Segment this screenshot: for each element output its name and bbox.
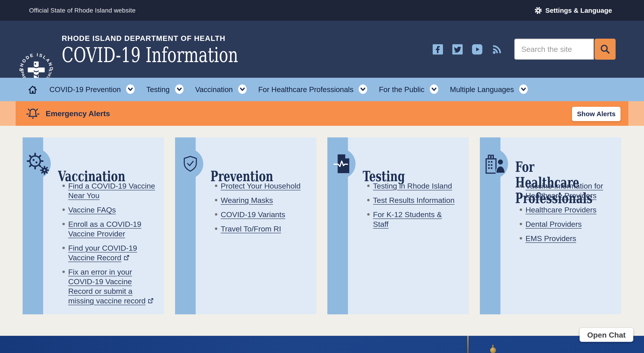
card-link-item: Travel To/From RI	[210, 224, 313, 234]
card-link-item: Vaccine Information for Healthcare Provi…	[515, 181, 618, 200]
chevron-down-icon[interactable]	[430, 84, 438, 95]
card-icon-holder	[480, 149, 510, 179]
ridoh-covid19-homepage: { "colors": { "topbar_bg": "#1e2539", "h…	[0, 0, 644, 353]
card-link[interactable]: Healthcare Providers	[526, 206, 596, 214]
emergency-alerts-label: Emergency Alerts	[46, 109, 110, 118]
chevron-down-icon	[175, 84, 184, 94]
card-link[interactable]: EMS Providers	[526, 234, 576, 243]
main-navigation: COVID-19 Prevention Testing Vaccination …	[0, 78, 644, 101]
settings-language-button[interactable]: Settings & Language	[534, 6, 612, 14]
official-site-text: Official State of Rhode Island website	[29, 7, 136, 14]
nav-item-label: Multiple Languages	[450, 85, 514, 94]
chevron-down-icon[interactable]	[238, 84, 247, 95]
topic-card-testing: Testing Testing in Rhode IslandTest Resu…	[327, 137, 469, 314]
card-link-item: Healthcare Providers	[515, 205, 618, 215]
card-link-item: Protect Your Household	[210, 181, 313, 191]
nav-item-for-the-public[interactable]: For the Public	[379, 84, 438, 95]
card-link[interactable]: For K-12 Students & Staff	[373, 210, 442, 228]
card-link[interactable]: Protect Your Household	[221, 182, 300, 190]
card-link[interactable]: COVID-19 Variants	[221, 210, 285, 219]
show-alerts-button[interactable]: Show Alerts	[572, 107, 620, 121]
card-link-item: COVID-19 Variants	[210, 210, 313, 219]
card-link[interactable]: Vaccine Information for Healthcare Provi…	[526, 182, 603, 200]
chevron-down-icon	[238, 84, 247, 94]
site-titles: RHODE ISLAND DEPARTMENT OF HEALTH COVID-…	[62, 34, 297, 65]
emergency-alert-bar: Emergency Alerts	[0, 101, 644, 126]
top-utility-bar: Official State of Rhode Island website S…	[0, 0, 644, 21]
social-links	[433, 44, 502, 54]
nav-item-covid-19-prevention[interactable]: COVID-19 Prevention	[50, 84, 134, 95]
nav-item-testing[interactable]: Testing	[146, 84, 184, 95]
youtube-icon[interactable]	[472, 44, 482, 54]
card-link[interactable]: Test Results Information	[373, 196, 454, 204]
card-link[interactable]: Vaccine FAQs	[68, 206, 116, 214]
gear-icon	[534, 6, 542, 14]
site-search	[514, 39, 616, 60]
emergency-alert-inner: Emergency Alerts	[16, 101, 628, 126]
nav-item-multiple-languages[interactable]: Multiple Languages	[450, 84, 528, 95]
site-header: RHODE ISLAND DEPARTMENT OF HEALTH RHODE …	[0, 21, 644, 78]
card-link[interactable]: Find a COVID-19 Vaccine Near You	[68, 182, 155, 200]
external-link-icon	[148, 298, 154, 304]
card-link-item: Enroll as a COVID-19 Vaccine Provider	[58, 219, 161, 239]
nav-home-button[interactable]	[28, 84, 38, 95]
nav-item-label: For the Public	[379, 85, 424, 94]
card-link-item: For K-12 Students & Staff	[363, 210, 466, 229]
topic-card-vaccination: Vaccination Find a COVID-19 Vaccine Near…	[22, 137, 164, 314]
open-chat-button[interactable]: Open Chat	[580, 328, 633, 342]
card-link-list: Vaccine Information for Healthcare Provi…	[515, 181, 618, 248]
nav-item-label: Vaccination	[195, 85, 233, 94]
seal-cross-emblem	[28, 61, 45, 78]
twitter-icon[interactable]	[452, 44, 463, 54]
nav-item-label: Testing	[146, 85, 170, 94]
rss-icon[interactable]	[492, 44, 502, 54]
chevron-down-icon[interactable]	[126, 84, 134, 95]
shield-check-icon	[183, 155, 198, 172]
card-link-list: Protect Your HouseholdWearing MasksCOVID…	[210, 181, 313, 238]
card-icon-holder	[175, 149, 206, 179]
card-link[interactable]: Testing in Rhode Island	[373, 182, 452, 190]
nav-item-label: For Healthcare Professionals	[258, 85, 354, 94]
card-link[interactable]: Travel To/From RI	[221, 225, 281, 233]
facebook-icon[interactable]	[433, 44, 443, 54]
flag-pole-image	[467, 336, 468, 353]
card-link-item: Test Results Information	[363, 196, 466, 205]
emergency-alerts-heading: Emergency Alerts	[26, 107, 110, 120]
card-link-item: Dental Providers	[515, 219, 618, 229]
alert-bell-icon	[26, 107, 40, 120]
card-link[interactable]: Fix an error in your COVID-19 Vaccine Re…	[68, 268, 146, 305]
search-input[interactable]	[514, 39, 594, 60]
test-document-icon	[333, 153, 352, 174]
external-link-icon	[124, 255, 130, 261]
chevron-down-icon	[126, 84, 134, 94]
card-link[interactable]: Dental Providers	[526, 220, 582, 228]
home-icon	[28, 84, 38, 95]
search-icon	[600, 44, 610, 54]
nav-item-vaccination[interactable]: Vaccination	[195, 84, 247, 95]
department-title: RHODE ISLAND DEPARTMENT OF HEALTH	[62, 34, 297, 43]
hospital-person-icon	[484, 153, 506, 174]
topic-card-for-healthcare: For Healthcare Professionals Vaccine Inf…	[480, 137, 621, 314]
card-link-item: Vaccine FAQs	[58, 205, 161, 215]
chevron-down-icon[interactable]	[175, 84, 184, 95]
card-link[interactable]: Enroll as a COVID-19 Vaccine Provider	[68, 220, 141, 238]
card-icon-holder	[22, 149, 53, 179]
nav-item-label: COVID-19 Prevention	[50, 85, 121, 94]
card-icon-holder	[327, 149, 358, 179]
search-button[interactable]	[594, 39, 616, 60]
chevron-down-icon[interactable]	[359, 84, 367, 95]
topic-card-prevention: Prevention Protect Your HouseholdWearing…	[175, 137, 316, 314]
page-title: COVID-19 Information	[62, 45, 238, 65]
card-link-item: Fix an error in your COVID-19 Vaccine Re…	[58, 267, 161, 306]
card-link-list: Find a COVID-19 Vaccine Near YouVaccine …	[58, 181, 161, 310]
card-link-item: Find a COVID-19 Vaccine Near You	[58, 181, 161, 200]
flag-ornament-image	[490, 348, 496, 353]
card-link-item: EMS Providers	[515, 234, 618, 243]
card-link-item: Wearing Masks	[210, 196, 313, 205]
nav-item-for-healthcare-professionals[interactable]: For Healthcare Professionals	[258, 84, 368, 95]
card-link[interactable]: Wearing Masks	[221, 196, 273, 204]
chevron-down-icon	[359, 84, 367, 94]
settings-language-label: Settings & Language	[546, 7, 612, 14]
chevron-down-icon	[430, 84, 438, 94]
chevron-down-icon[interactable]	[519, 84, 528, 95]
